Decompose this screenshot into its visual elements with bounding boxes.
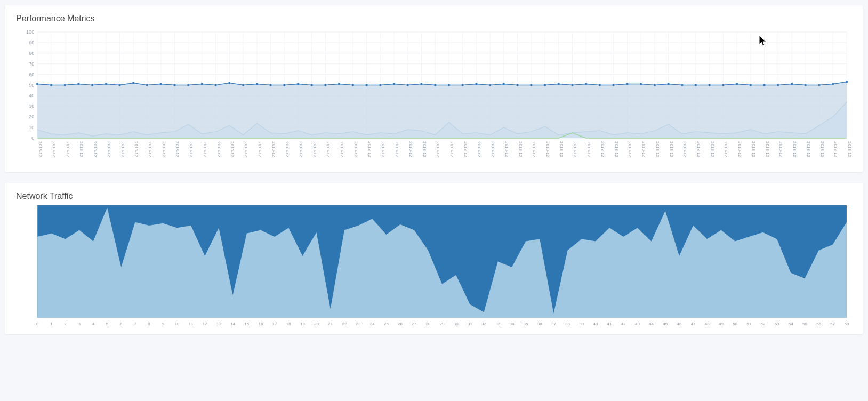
svg-point-112 — [448, 84, 450, 86]
svg-text:21: 21 — [328, 322, 333, 326]
svg-text:2018-12: 2018-12 — [833, 141, 838, 157]
svg-point-133 — [736, 83, 738, 85]
svg-text:2018-12: 2018-12 — [491, 141, 495, 157]
svg-text:48: 48 — [705, 322, 710, 326]
svg-point-94 — [201, 83, 203, 85]
svg-text:0: 0 — [31, 135, 34, 141]
svg-text:34: 34 — [509, 322, 514, 326]
svg-text:2018-12: 2018-12 — [93, 141, 98, 157]
svg-point-82 — [36, 83, 38, 85]
svg-point-88 — [118, 84, 120, 86]
svg-text:43: 43 — [635, 322, 640, 326]
svg-text:2018-12: 2018-12 — [504, 141, 509, 157]
svg-text:7: 7 — [134, 322, 136, 326]
svg-text:14: 14 — [230, 322, 235, 326]
svg-text:38: 38 — [565, 322, 570, 326]
svg-text:22: 22 — [342, 322, 347, 326]
svg-point-86 — [91, 84, 93, 86]
svg-text:100: 100 — [26, 29, 34, 35]
svg-point-136 — [777, 84, 779, 86]
svg-point-113 — [461, 84, 463, 86]
svg-point-131 — [708, 84, 710, 86]
svg-text:37: 37 — [551, 322, 556, 326]
svg-text:27: 27 — [412, 322, 416, 326]
svg-text:50: 50 — [29, 83, 34, 88]
svg-point-95 — [214, 84, 216, 86]
svg-point-96 — [228, 82, 230, 84]
svg-text:46: 46 — [677, 322, 681, 326]
performance-metrics-panel: Performance Metrics 01020304050607080901… — [5, 5, 863, 172]
svg-text:2018-12: 2018-12 — [737, 141, 742, 157]
svg-text:2018-12: 2018-12 — [682, 141, 687, 157]
svg-point-99 — [269, 84, 271, 86]
svg-text:2018-12: 2018-12 — [340, 141, 344, 157]
svg-point-121 — [571, 84, 573, 86]
svg-text:36: 36 — [537, 322, 542, 326]
svg-point-90 — [146, 84, 148, 86]
svg-point-125 — [626, 83, 628, 85]
svg-text:2018-12: 2018-12 — [655, 141, 660, 157]
svg-text:53: 53 — [775, 322, 779, 326]
network-traffic-panel: Network Traffic 012345678910111213141516… — [5, 183, 863, 334]
svg-text:2018-12: 2018-12 — [600, 141, 605, 157]
svg-text:2018-12: 2018-12 — [326, 141, 331, 157]
svg-text:2018-12: 2018-12 — [765, 141, 770, 157]
svg-text:54: 54 — [789, 322, 793, 326]
svg-point-128 — [667, 83, 669, 85]
svg-text:2018-12: 2018-12 — [696, 141, 701, 157]
svg-text:2018-12: 2018-12 — [710, 141, 715, 157]
svg-text:47: 47 — [691, 322, 696, 326]
svg-point-122 — [585, 83, 587, 85]
svg-text:2018-12: 2018-12 — [806, 141, 811, 157]
svg-text:2018-12: 2018-12 — [312, 141, 317, 157]
svg-text:16: 16 — [258, 322, 263, 326]
svg-point-138 — [805, 84, 807, 86]
svg-text:17: 17 — [272, 322, 277, 326]
svg-text:2018-12: 2018-12 — [381, 141, 385, 157]
svg-text:2018-12: 2018-12 — [408, 141, 413, 157]
svg-text:2018-12: 2018-12 — [628, 141, 632, 157]
svg-text:2018-12: 2018-12 — [614, 141, 619, 157]
svg-text:57: 57 — [830, 322, 835, 326]
svg-text:23: 23 — [356, 322, 361, 326]
svg-text:5: 5 — [106, 322, 109, 326]
svg-text:2018-12: 2018-12 — [463, 141, 468, 157]
network-chart[interactable]: 0123456789101112131415161718192021222324… — [16, 205, 852, 328]
svg-text:30: 30 — [29, 103, 34, 109]
svg-text:10: 10 — [174, 322, 179, 326]
svg-text:40: 40 — [29, 93, 34, 98]
svg-point-102 — [310, 84, 312, 86]
svg-text:40: 40 — [593, 322, 598, 326]
svg-text:2018-12: 2018-12 — [477, 141, 481, 157]
svg-text:24: 24 — [370, 322, 375, 326]
svg-point-134 — [750, 84, 752, 86]
svg-text:31: 31 — [468, 322, 472, 326]
svg-text:25: 25 — [384, 322, 389, 326]
svg-point-139 — [818, 84, 820, 86]
svg-point-105 — [352, 84, 354, 86]
svg-text:0: 0 — [36, 322, 39, 326]
svg-text:2018-12: 2018-12 — [120, 141, 125, 157]
svg-point-111 — [434, 84, 436, 86]
svg-text:55: 55 — [802, 322, 807, 326]
performance-chart[interactable]: 01020304050607080901002018-122018-122018… — [16, 28, 852, 167]
svg-text:11: 11 — [189, 322, 194, 326]
svg-point-103 — [324, 84, 326, 86]
svg-point-92 — [173, 84, 175, 86]
svg-point-129 — [681, 84, 683, 86]
svg-text:29: 29 — [440, 322, 445, 326]
svg-text:2018-12: 2018-12 — [847, 141, 852, 157]
svg-text:50: 50 — [733, 322, 737, 326]
svg-text:10: 10 — [29, 125, 34, 130]
svg-point-130 — [695, 84, 697, 86]
svg-text:2018-12: 2018-12 — [820, 141, 825, 157]
svg-point-98 — [256, 83, 258, 85]
svg-text:3: 3 — [78, 322, 81, 326]
svg-point-140 — [832, 83, 834, 85]
svg-text:1: 1 — [50, 322, 53, 326]
svg-text:13: 13 — [216, 322, 221, 326]
svg-text:26: 26 — [398, 322, 403, 326]
svg-text:58: 58 — [844, 322, 849, 326]
svg-text:2018-12: 2018-12 — [436, 141, 440, 157]
svg-text:2018-12: 2018-12 — [38, 141, 43, 157]
